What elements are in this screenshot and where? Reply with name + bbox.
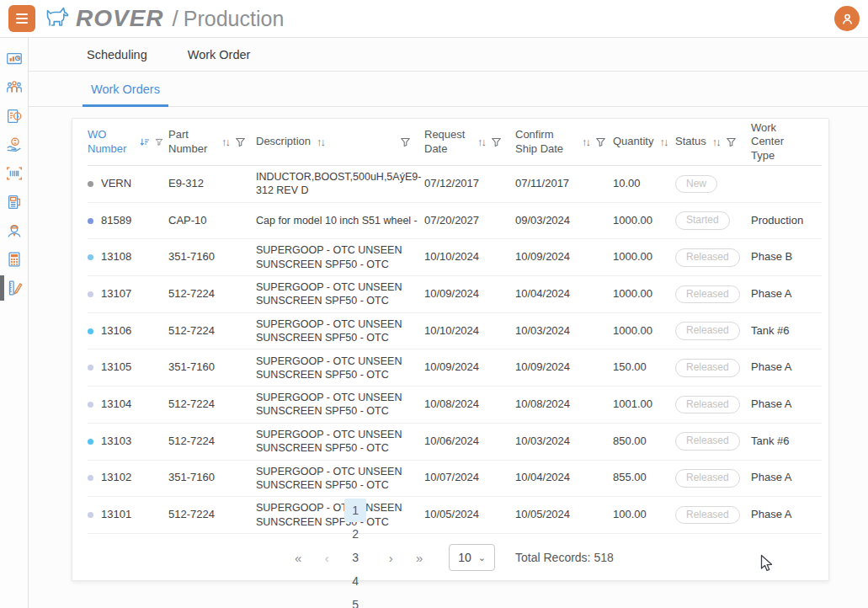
row-status-dot bbox=[88, 254, 93, 260]
worker-icon bbox=[5, 221, 24, 240]
cell-request-date: 10/06/2024 bbox=[424, 435, 515, 449]
last-page-button[interactable]: » bbox=[408, 546, 430, 569]
col-header-confirm-ship-date[interactable]: Confirm Ship Date ↑↓ bbox=[515, 128, 613, 156]
table-row[interactable]: 13106 512-7224 SUPERGOOP - OTC UNSEEN SU… bbox=[88, 313, 822, 350]
sort-icon[interactable]: ↑↓ bbox=[477, 136, 485, 148]
col-header-part-number[interactable]: Part Number ↑↓ bbox=[168, 128, 256, 156]
sort-icon[interactable]: ↑↓ bbox=[221, 136, 229, 148]
cell-confirm-ship-date: 10/09/2024 bbox=[515, 360, 613, 375]
filter-funnel-icon[interactable] bbox=[595, 136, 606, 147]
table-row[interactable]: 13107 512-7224 SUPERGOOP - OTC UNSEEN SU… bbox=[88, 276, 822, 313]
work-orders-card: WO Number Part Number ↑↓ Desc bbox=[72, 118, 829, 581]
table-row[interactable]: 13103 512-7224 SUPERGOOP - OTC UNSEEN SU… bbox=[88, 424, 822, 461]
filter-funnel-icon[interactable] bbox=[491, 136, 502, 147]
sidebar-item-operator[interactable] bbox=[0, 216, 29, 245]
dashboard-icon bbox=[5, 50, 24, 68]
table-row[interactable]: 13102 351-7160 SUPERGOOP - OTC UNSEEN SU… bbox=[88, 461, 822, 498]
col-header-status[interactable]: Status ↑↓ bbox=[675, 135, 751, 148]
user-avatar-button[interactable] bbox=[834, 6, 860, 31]
cell-wo-number: 13107 bbox=[101, 287, 131, 301]
calculator-icon bbox=[5, 250, 24, 269]
sort-desc-icon[interactable] bbox=[140, 136, 149, 147]
tab-work-orders-active[interactable]: Work Orders bbox=[83, 83, 168, 107]
cell-description: SUPERGOOP - OTC UNSEEN SUNSCREEN SPF50 -… bbox=[256, 428, 424, 456]
cell-wo-number: 13104 bbox=[101, 397, 131, 412]
primary-tab-bar: Scheduling Work Order bbox=[29, 38, 868, 72]
sidebar-item-calculator[interactable] bbox=[0, 245, 29, 274]
sidebar-item-barcode[interactable] bbox=[0, 159, 29, 188]
cell-quantity: 1000.00 bbox=[613, 214, 675, 228]
cell-request-date: 10/09/2024 bbox=[424, 287, 515, 301]
row-status-dot bbox=[88, 439, 93, 445]
table-row[interactable]: 81589 CAP-10 Cap for model 10 inch S51 w… bbox=[88, 203, 822, 240]
filter-funnel-icon[interactable] bbox=[155, 136, 163, 147]
cell-description: SUPERGOOP - OTC UNSEEN SUNSCREEN SPF50 -… bbox=[256, 355, 424, 382]
first-page-button[interactable]: « bbox=[287, 546, 309, 569]
breadcrumb-separator: / bbox=[173, 6, 178, 32]
cell-part-number: E9-312 bbox=[168, 177, 256, 191]
status-badge: Released bbox=[675, 322, 740, 340]
cell-wo-number: 13105 bbox=[101, 360, 131, 375]
filter-funnel-icon[interactable] bbox=[235, 136, 246, 147]
pagination-bar: « ‹ 12345 › » 10 ⌄ Total Records: 518 bbox=[72, 534, 828, 582]
cell-confirm-ship-date: 07/11/2017 bbox=[515, 177, 613, 191]
row-status-dot bbox=[88, 328, 93, 334]
page-button-5[interactable]: 5 bbox=[344, 593, 366, 608]
sort-icon[interactable]: ↑↓ bbox=[317, 136, 324, 148]
filter-funnel-icon[interactable] bbox=[400, 136, 411, 147]
sidebar-item-terminal[interactable] bbox=[0, 188, 29, 216]
cell-part-number: 351-7160 bbox=[168, 360, 256, 375]
table-row[interactable]: 13104 512-7224 SUPERGOOP - OTC UNSEEN SU… bbox=[88, 387, 822, 424]
cell-description: SUPERGOOP - OTC UNSEEN SUNSCREEN SPF50 -… bbox=[256, 280, 424, 308]
cell-confirm-ship-date: 10/03/2024 bbox=[515, 435, 613, 449]
page-button-4[interactable]: 4 bbox=[344, 569, 366, 593]
status-badge: Released bbox=[675, 469, 740, 488]
table-row[interactable]: VERN E9-312 INDUCTOR,BOOST,500uH,5AýE9-3… bbox=[88, 166, 822, 203]
table-row[interactable]: 13105 351-7160 SUPERGOOP - OTC UNSEEN SU… bbox=[88, 349, 822, 387]
cell-work-center-type: Phase A bbox=[751, 397, 823, 412]
cell-wo-number: 13108 bbox=[101, 250, 131, 264]
sidebar bbox=[0, 38, 29, 608]
sidebar-item-team[interactable] bbox=[0, 73, 29, 102]
sidebar-item-scheduling[interactable] bbox=[0, 102, 29, 131]
cell-confirm-ship-date: 10/03/2024 bbox=[515, 324, 613, 339]
filter-funnel-icon[interactable] bbox=[726, 136, 737, 147]
cell-part-number: 512-7224 bbox=[168, 435, 256, 449]
tab-work-order[interactable]: Work Order bbox=[188, 48, 251, 61]
tab-scheduling[interactable]: Scheduling bbox=[87, 48, 147, 61]
prev-page-button[interactable]: ‹ bbox=[316, 546, 338, 569]
next-page-button[interactable]: › bbox=[380, 546, 402, 569]
cell-work-center-type: Phase A bbox=[751, 508, 823, 522]
table-row[interactable]: 13108 351-7160 SUPERGOOP - OTC UNSEEN SU… bbox=[88, 239, 822, 276]
sidebar-item-work-orders[interactable] bbox=[0, 274, 29, 302]
ruler-pencil-icon bbox=[5, 279, 24, 297]
hamburger-menu-button[interactable] bbox=[8, 5, 35, 32]
page-size-select[interactable]: 10 ⌄ bbox=[449, 544, 495, 571]
cell-wo-number: 13101 bbox=[101, 508, 131, 522]
sidebar-item-finance[interactable] bbox=[0, 131, 29, 159]
sort-icon[interactable]: ↑↓ bbox=[582, 136, 589, 148]
sort-icon[interactable]: ↑↓ bbox=[659, 136, 667, 148]
cell-quantity: 100.00 bbox=[613, 508, 675, 522]
status-badge: Released bbox=[675, 396, 740, 414]
row-status-dot bbox=[88, 402, 93, 408]
cell-request-date: 10/09/2024 bbox=[424, 360, 515, 375]
page-button-2[interactable]: 2 bbox=[344, 522, 366, 546]
cell-confirm-ship-date: 09/03/2024 bbox=[515, 214, 613, 228]
sort-icon[interactable]: ↑↓ bbox=[712, 136, 720, 148]
page-button-1[interactable]: 1 bbox=[344, 499, 366, 522]
row-status-dot bbox=[88, 365, 93, 371]
page-button-3[interactable]: 3 bbox=[344, 546, 366, 569]
team-icon bbox=[5, 78, 24, 97]
cell-confirm-ship-date: 10/05/2024 bbox=[515, 508, 613, 522]
sidebar-item-dashboard[interactable] bbox=[0, 45, 29, 73]
col-header-wo-number[interactable]: WO Number bbox=[88, 128, 168, 156]
col-header-quantity[interactable]: Quantity ↑↓ bbox=[613, 135, 675, 148]
main-content: Scheduling Work Order Work Orders WO Num… bbox=[29, 38, 868, 608]
top-bar: ROVER / Production bbox=[0, 0, 868, 38]
table-row[interactable]: 13101 512-7224 SUPERGOOP - OTC UNSEEN SU… bbox=[88, 497, 822, 534]
chevron-down-icon: ⌄ bbox=[478, 552, 486, 563]
col-header-request-date[interactable]: Request Date ↑↓ bbox=[424, 128, 515, 156]
cell-wo-number: 13102 bbox=[101, 471, 131, 485]
col-header-description[interactable]: Description ↑↓ bbox=[256, 135, 424, 148]
